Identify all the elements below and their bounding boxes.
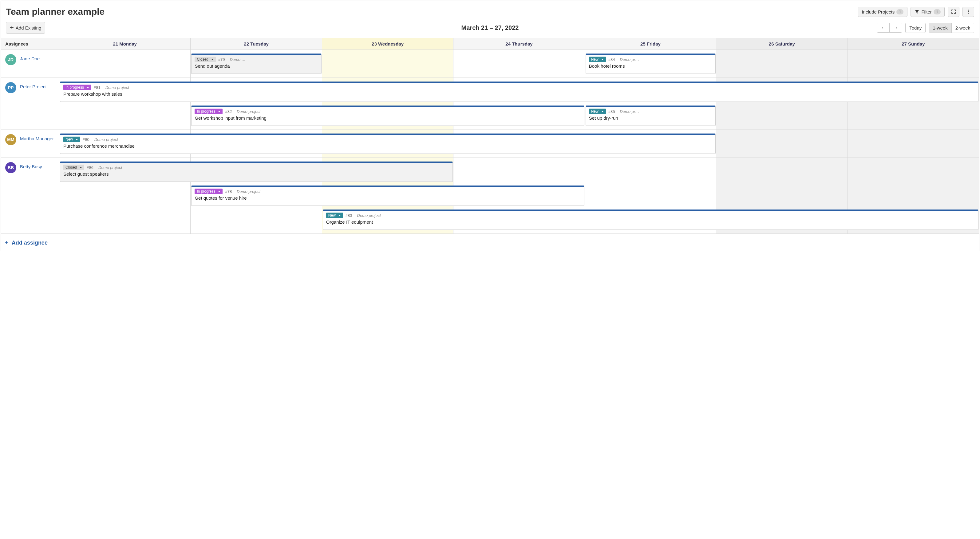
task-project: - Demo project <box>234 109 260 114</box>
avatar: BB <box>5 162 16 173</box>
next-week-button[interactable]: → <box>889 23 902 32</box>
task-id: #81 <box>94 85 100 90</box>
task-title: Select guest speakers <box>63 171 449 177</box>
chevron-down-icon <box>339 215 341 216</box>
task-title: Prepare workshop with sales <box>63 91 975 97</box>
track: Closed#79- Demo …Send out agendaNew#84- … <box>59 52 979 76</box>
svg-point-2 <box>968 13 969 14</box>
filter-label: Filter <box>921 9 931 14</box>
assignee-name-link[interactable]: Jane Doe <box>20 56 40 61</box>
assignee-name-link[interactable]: Martha Manager <box>20 136 54 141</box>
status-badge[interactable]: New <box>589 108 606 114</box>
status-badge[interactable]: Closed <box>63 164 84 170</box>
fullscreen-button[interactable] <box>948 7 959 17</box>
track: New#80- Demo projectPurchase conference … <box>59 132 979 156</box>
task-id: #86 <box>87 165 94 170</box>
avatar: JD <box>5 54 16 65</box>
include-projects-count: 1 <box>896 9 904 14</box>
task-card[interactable]: New#85- Demo pr…Set up dry-run <box>585 105 716 126</box>
day-header: 22 Tuesday <box>191 38 322 50</box>
task-card[interactable]: Closed#86- Demo projectSelect guest spea… <box>60 161 453 182</box>
task-title: Get quotes for venue hire <box>194 195 581 201</box>
chevron-down-icon <box>87 87 89 88</box>
status-badge[interactable]: In progress <box>63 85 91 90</box>
add-existing-button[interactable]: + Add Existing <box>6 22 45 33</box>
task-card[interactable]: Closed#79- Demo …Send out agenda <box>191 54 321 74</box>
status-badge[interactable]: New <box>589 57 606 62</box>
task-project: - Demo project <box>96 165 122 170</box>
assignee-name-link[interactable]: Betty Busy <box>20 164 42 169</box>
assignee-cell: PPPeter Project <box>1 78 59 129</box>
avatar: MM <box>5 134 16 145</box>
assignee-row: PPPeter ProjectIn progress#81- Demo proj… <box>1 78 979 130</box>
task-title: Set up dry-run <box>589 115 712 121</box>
range-1week-button[interactable]: 1-week <box>929 23 951 33</box>
status-badge[interactable]: Closed <box>194 57 215 62</box>
task-card[interactable]: New#83- Demo projectOrganize IT equipmen… <box>323 209 978 230</box>
chevron-down-icon <box>601 59 604 60</box>
chevron-down-icon <box>211 59 214 60</box>
more-vertical-icon <box>966 9 971 14</box>
add-existing-label: Add Existing <box>16 25 41 30</box>
assignee-cell: JDJane Doe <box>1 50 59 78</box>
lane: Closed#86- Demo projectSelect guest spea… <box>59 158 979 233</box>
assignee-row: MMMartha ManagerNew#80- Demo projectPurc… <box>1 130 979 158</box>
status-badge[interactable]: New <box>326 212 343 218</box>
svg-point-0 <box>968 10 969 11</box>
status-badge[interactable]: New <box>63 137 80 142</box>
filter-icon <box>915 9 920 14</box>
plus-icon: + <box>10 24 14 31</box>
add-assignee-button[interactable]: + Add assignee <box>5 239 48 246</box>
status-badge[interactable]: In progress <box>194 108 223 114</box>
task-id: #78 <box>225 189 232 194</box>
task-card[interactable]: In progress#81- Demo projectPrepare work… <box>60 81 978 102</box>
day-header: 25 Friday <box>585 38 716 50</box>
task-project: - Demo project <box>355 213 381 218</box>
more-menu-button[interactable] <box>963 7 974 17</box>
track: In progress#81- Demo projectPrepare work… <box>59 80 979 104</box>
day-header: 27 Sunday <box>848 38 979 50</box>
task-card[interactable]: In progress#82- Demo projectGet workshop… <box>191 105 584 126</box>
range-segment: 1-week 2-week <box>929 23 974 33</box>
assignee-row: BBBetty BusyClosed#86- Demo projectSelec… <box>1 158 979 234</box>
day-header: 23 Wednesday <box>322 38 453 50</box>
track: In progress#78- Demo projectGet quotes f… <box>59 184 979 208</box>
lane: New#80- Demo projectPurchase conference … <box>59 130 979 158</box>
chevron-down-icon <box>601 111 604 112</box>
today-button[interactable]: Today <box>905 23 926 33</box>
track: New#83- Demo projectOrganize IT equipmen… <box>59 208 979 232</box>
filter-button[interactable]: Filter 1 <box>910 7 945 17</box>
prev-week-button[interactable]: ← <box>877 23 889 32</box>
range-2week-button[interactable]: 2-week <box>951 23 974 33</box>
chevron-down-icon <box>80 167 82 168</box>
lane: In progress#81- Demo projectPrepare work… <box>59 78 979 129</box>
task-id: #83 <box>345 213 352 218</box>
task-title: Get workshop input from marketing <box>194 115 581 121</box>
chevron-down-icon <box>218 191 220 192</box>
task-title: Organize IT equipment <box>326 219 975 225</box>
filter-count: 1 <box>934 9 941 14</box>
task-project: - Demo pr… <box>617 57 639 62</box>
task-card[interactable]: New#84- Demo pr…Book hotel rooms <box>585 54 716 74</box>
task-project: - Demo … <box>227 57 245 62</box>
arrow-right-icon: → <box>893 25 898 30</box>
task-title: Book hotel rooms <box>589 63 712 69</box>
track: Closed#86- Demo projectSelect guest spea… <box>59 159 979 184</box>
lane: Closed#79- Demo …Send out agendaNew#84- … <box>59 50 979 78</box>
task-project: - Demo project <box>92 137 118 142</box>
task-card[interactable]: In progress#78- Demo projectGet quotes f… <box>191 185 584 206</box>
task-project: - Demo project <box>234 189 260 194</box>
task-id: #82 <box>225 109 232 114</box>
status-badge[interactable]: In progress <box>194 188 223 194</box>
assignee-name-link[interactable]: Peter Project <box>20 84 47 89</box>
date-range-label: March 21 – 27, 2022 <box>461 24 519 31</box>
chevron-down-icon <box>218 111 220 112</box>
task-card[interactable]: New#80- Demo projectPurchase conference … <box>60 134 716 154</box>
assignee-cell: MMMartha Manager <box>1 130 59 158</box>
assignee-cell: BBBetty Busy <box>1 158 59 233</box>
day-header: 24 Thursday <box>453 38 585 50</box>
svg-point-1 <box>968 11 969 12</box>
task-id: #79 <box>218 57 225 62</box>
task-title: Send out agenda <box>194 63 318 69</box>
include-projects-button[interactable]: Include Projects 1 <box>858 7 907 17</box>
